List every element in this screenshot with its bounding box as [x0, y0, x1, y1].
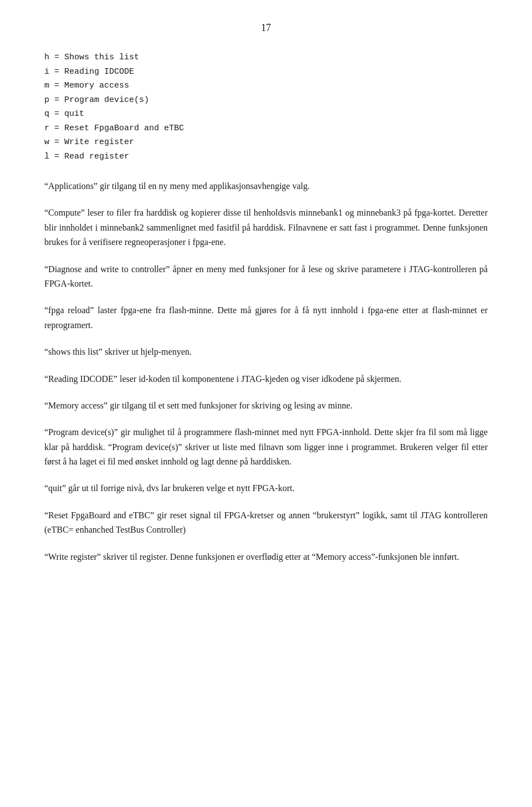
paragraph-applications: “Applications” gir tilgang til en ny men… — [44, 179, 488, 193]
paragraph-diagnose: “Diagnose and write to controller” åpner… — [44, 262, 488, 292]
code-line-5: q = quit — [44, 107, 488, 121]
code-line-6: r = Reset FpgaBoard and eTBC — [44, 121, 488, 136]
paragraph-program-devices: “Program device(s)” gir mulighet til å p… — [44, 425, 488, 469]
code-line-7: w = Write register — [44, 135, 488, 150]
code-block: h = Shows this list i = Reading IDCODE m… — [44, 50, 488, 164]
paragraph-reset-fpga: “Reset FpgaBoard and eTBC” gir reset sig… — [44, 508, 488, 538]
code-line-8: l = Read register — [44, 150, 488, 164]
paragraph-fpga-reload: “fpga reload” laster fpga-ene fra flash-… — [44, 303, 488, 333]
paragraph-reading-idcode: “Reading IDCODE” leser id-koden til komp… — [44, 372, 488, 386]
paragraph-memory-access: “Memory access” gir tilgang til et sett … — [44, 399, 488, 413]
code-line-3: m = Memory access — [44, 79, 488, 93]
code-line-4: p = Program device(s) — [44, 93, 488, 108]
paragraph-shows-this-list: “shows this list” skriver ut hjelp-menye… — [44, 345, 488, 359]
paragraph-quit: “quit” går ut til forrige nivå, dvs lar … — [44, 481, 488, 496]
paragraph-compute: “Compute” leser to filer fra harddisk og… — [44, 206, 488, 249]
page-number: 17 — [44, 22, 488, 34]
code-line-2: i = Reading IDCODE — [44, 65, 488, 79]
code-line-1: h = Shows this list — [44, 50, 488, 65]
paragraph-write-register: “Write register” skriver til register. D… — [44, 550, 488, 564]
